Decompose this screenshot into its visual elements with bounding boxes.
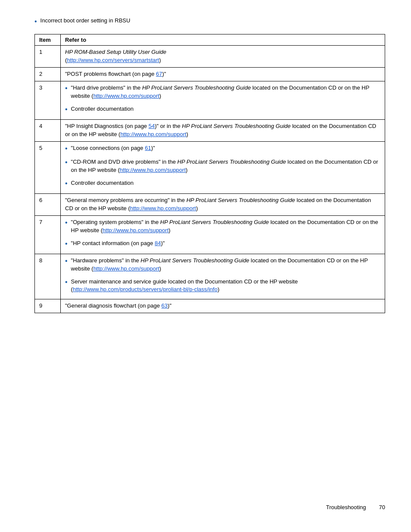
table-row: 7 • "Operating system problems" in the H…	[35, 215, 385, 254]
row7-bullet2: "HP contact information (on page 84)"	[71, 240, 165, 248]
bullet-item: • "Loose connections (on page 61)"	[65, 144, 380, 153]
bullet-icon: •	[65, 158, 68, 167]
bullet-icon: •	[65, 239, 68, 249]
row8-content: • "Hardware problems" in the HP ProLiant…	[65, 257, 380, 296]
table-row: 9 "General diagnosis flowchart (on page …	[35, 299, 385, 313]
row2-link[interactable]: 67	[156, 71, 162, 77]
bullet-item: • "Hard drive problems" in the HP ProLia…	[65, 84, 380, 100]
row7-bullet1: "Operating system problems" in the HP Pr…	[71, 218, 380, 235]
row7-link-page[interactable]: 84	[155, 240, 161, 246]
col-refer: Refer to	[61, 34, 385, 46]
page-number: 70	[379, 504, 385, 510]
row-content: "HP Insight Diagnostics (on page 54)" or…	[61, 120, 385, 142]
bullet-icon: •	[65, 218, 68, 227]
bullet-icon: •	[65, 179, 68, 188]
bullet-item: • Controller documentation	[65, 105, 380, 114]
row9-text: "General diagnosis flowchart (on page 63…	[65, 302, 171, 309]
row-item: 7	[35, 215, 61, 254]
row-item: 2	[35, 68, 61, 81]
row1-link[interactable]: http://www.hp.com/servers/smartstart	[67, 57, 159, 63]
row3-content: • "Hard drive problems" in the HP ProLia…	[65, 84, 380, 117]
table-row: 4 "HP Insight Diagnostics (on page 54)" …	[35, 120, 385, 142]
bullet-item: • "Operating system problems" in the HP …	[65, 218, 380, 235]
row-content: "General memory problems are occurring" …	[61, 194, 385, 216]
bullet-icon: •	[65, 144, 68, 153]
bullet-item: • "Hardware problems" in the HP ProLiant…	[65, 257, 380, 273]
row-content: • "Hard drive problems" in the HP ProLia…	[61, 81, 385, 119]
row8-bullet1: "Hardware problems" in the HP ProLiant S…	[71, 257, 380, 273]
row-item: 6	[35, 194, 61, 216]
row1-title: HP ROM-Based Setup Utility User Guide	[65, 49, 166, 55]
intro-bullet: • Incorrect boot order setting in RBSU	[34, 17, 385, 26]
row3-bullet1: "Hard drive problems" in the HP ProLiant…	[71, 84, 380, 100]
row-item: 5	[35, 141, 61, 193]
table-row: 3 • "Hard drive problems" in the HP ProL…	[35, 81, 385, 119]
row-content: • "Loose connections (on page 61)" • "CD…	[61, 141, 385, 193]
footer-label: Troubleshooting	[326, 504, 366, 510]
row7-content: • "Operating system problems" in the HP …	[65, 218, 380, 251]
table-row: 2 "POST problems flowchart (on page 67)"	[35, 68, 385, 81]
bullet-icon: •	[65, 105, 68, 114]
row-content: "POST problems flowchart (on page 67)"	[61, 68, 385, 81]
page-footer: Troubleshooting 70	[326, 504, 385, 510]
table-row: 1 HP ROM-Based Setup Utility User Guide …	[35, 46, 385, 68]
bullet-icon: •	[65, 277, 68, 287]
row4-link-page[interactable]: 54	[149, 123, 155, 129]
row5-link-page[interactable]: 61	[145, 145, 151, 151]
reference-table: Item Refer to 1 HP ROM-Based Setup Utili…	[34, 34, 385, 313]
row5-bullet3: Controller documentation	[71, 179, 134, 187]
row3-bullet2: Controller documentation	[71, 105, 134, 113]
row5-content: • "Loose connections (on page 61)" • "CD…	[65, 144, 380, 191]
bullet-icon: •	[65, 84, 68, 93]
table-row: 5 • "Loose connections (on page 61)" • "…	[35, 141, 385, 193]
row-item: 3	[35, 81, 61, 119]
bullet-icon: •	[34, 17, 37, 26]
row8-link2[interactable]: http://www.hp.com/products/servers/proli…	[73, 286, 218, 292]
bullet-item: • Server maintenance and service guide l…	[65, 278, 380, 294]
intro-bullet-text: Incorrect boot order setting in RBSU	[40, 17, 131, 24]
row-item: 4	[35, 120, 61, 142]
row6-text: "General memory problems are occurring" …	[65, 197, 371, 212]
row9-link-page[interactable]: 63	[162, 302, 168, 309]
row5-bullet2: "CD-ROM and DVD drive problems" in the H…	[71, 158, 380, 174]
row5-bullet1: "Loose connections (on page 61)"	[71, 144, 155, 152]
bullet-item: • Controller documentation	[65, 179, 380, 188]
row2-text: "POST problems flowchart (on page 67)"	[65, 71, 166, 77]
row-content: • "Hardware problems" in the HP ProLiant…	[61, 254, 385, 299]
row5-link2[interactable]: http://www.hp.com/support	[120, 167, 186, 173]
row3-link1[interactable]: http://www.hp.com/support	[93, 93, 159, 99]
row-item: 8	[35, 254, 61, 299]
row8-bullet2: Server maintenance and service guide loc…	[71, 278, 380, 294]
bullet-item: • "CD-ROM and DVD drive problems" in the…	[65, 158, 380, 174]
table-row: 6 "General memory problems are occurring…	[35, 194, 385, 216]
row4-text: "HP Insight Diagnostics (on page 54)" or…	[65, 123, 376, 137]
row4-link[interactable]: http://www.hp.com/support	[120, 131, 186, 137]
col-item: Item	[35, 34, 61, 46]
row6-link[interactable]: http://www.hp.com/support	[130, 205, 196, 212]
row-content: • "Operating system problems" in the HP …	[61, 215, 385, 254]
row8-link1[interactable]: http://www.hp.com/support	[93, 265, 159, 272]
bullet-item: • "HP contact information (on page 84)"	[65, 240, 380, 249]
row-item: 1	[35, 46, 61, 68]
row-content: HP ROM-Based Setup Utility User Guide (h…	[61, 46, 385, 68]
table-row: 8 • "Hardware problems" in the HP ProLia…	[35, 254, 385, 299]
row7-link1[interactable]: http://www.hp.com/support	[103, 227, 168, 233]
row-item: 9	[35, 299, 61, 313]
bullet-icon: •	[65, 256, 68, 266]
row-content: "General diagnosis flowchart (on page 63…	[61, 299, 385, 313]
